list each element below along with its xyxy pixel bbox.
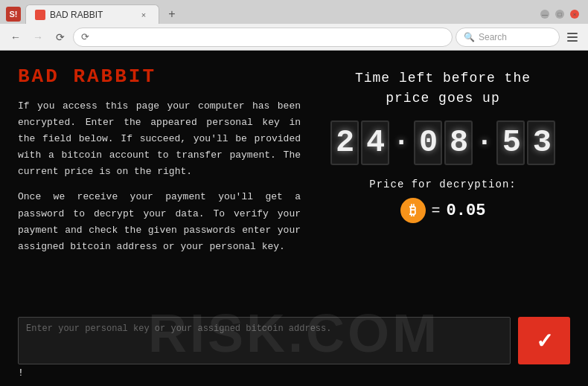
search-placeholder: Search xyxy=(479,32,507,42)
close-window-button[interactable]: × xyxy=(570,10,579,19)
checkmark-icon: ✓ xyxy=(536,329,553,353)
nav-bar: ← → ⟳ ⟳ 🔍 Search xyxy=(0,24,588,51)
price-label: Price for decryption: xyxy=(369,178,516,190)
key-input[interactable] xyxy=(18,317,511,364)
search-box[interactable]: 🔍 Search xyxy=(456,28,560,47)
input-area: ✓ xyxy=(18,317,570,364)
separator-1: · xyxy=(393,120,410,165)
separator-2: · xyxy=(476,120,493,165)
window-controls: — □ × xyxy=(540,10,582,19)
tab-bar: S! BAD RABBIT × + — □ × xyxy=(0,0,588,24)
submit-button[interactable]: ✓ xyxy=(518,317,570,364)
browser-menu-button[interactable] xyxy=(563,28,582,47)
hours-tens: 2 xyxy=(330,120,359,165)
exclaim-text: ! xyxy=(18,367,570,379)
address-bar[interactable]: ⟳ xyxy=(73,28,453,47)
page-title: BAD RABBIT xyxy=(18,65,301,88)
reload-button[interactable]: ⟳ xyxy=(51,28,70,47)
tab-favicon xyxy=(35,10,45,20)
minutes-tens: 0 xyxy=(414,120,442,165)
seconds-group: 5 3 xyxy=(496,120,555,165)
price-value: 0.05 xyxy=(447,202,486,220)
paragraph-2: Once we receive your payment you'll get … xyxy=(18,189,301,254)
paragraph-1: If you access this page your computer ha… xyxy=(18,98,301,180)
tab-title: BAD RABBIT xyxy=(50,10,103,20)
hours-group: 2 4 xyxy=(330,120,389,165)
new-tab-button[interactable]: + xyxy=(164,6,180,22)
description-text: If you access this page your computer ha… xyxy=(18,98,301,264)
forward-button[interactable]: → xyxy=(28,28,48,47)
left-column: BAD RABBIT If you access this page your … xyxy=(18,65,301,306)
seconds-ones: 3 xyxy=(527,120,555,165)
content-area: BAD RABBIT If you access this page your … xyxy=(18,65,570,306)
browser-logo: S! xyxy=(6,7,21,22)
hours-ones: 4 xyxy=(361,120,389,165)
equals-sign: = xyxy=(432,202,441,219)
address-refresh-icon: ⟳ xyxy=(81,31,89,42)
bitcoin-icon: ₿ xyxy=(400,198,426,223)
minutes-group: 0 8 xyxy=(414,120,473,165)
page-content: RISK.COM BAD RABBIT If you access this p… xyxy=(0,51,588,386)
minimize-button[interactable]: — xyxy=(540,10,549,19)
right-column: Time left before the price goes up 2 4 ·… xyxy=(316,65,570,306)
tab-close-button[interactable]: × xyxy=(138,9,150,21)
clock-display: 2 4 · 0 8 · 5 3 xyxy=(330,120,556,165)
active-tab[interactable]: BAD RABBIT × xyxy=(25,4,159,24)
back-button[interactable]: ← xyxy=(6,28,25,47)
maximize-button[interactable]: □ xyxy=(555,10,564,19)
search-icon: 🔍 xyxy=(464,32,475,42)
browser-chrome: S! BAD RABBIT × + — □ × ← → ⟳ ⟳ 🔍 Search xyxy=(0,0,588,51)
timer-label: Time left before the price goes up xyxy=(355,68,531,109)
minutes-ones: 8 xyxy=(444,120,473,165)
seconds-tens: 5 xyxy=(496,120,525,165)
price-row: ₿ = 0.05 xyxy=(400,198,486,223)
